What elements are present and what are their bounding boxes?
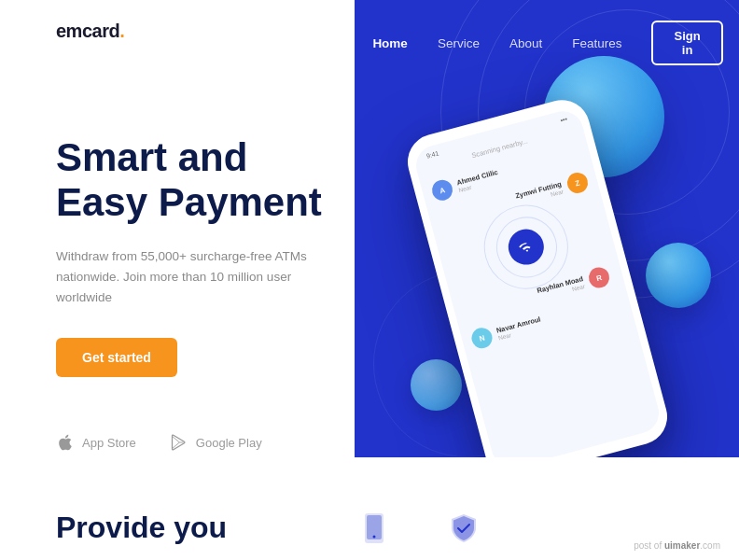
app-store-button[interactable]: App Store	[56, 433, 136, 452]
header-left: emcard.	[56, 0, 355, 42]
contact-avatar-3: N	[469, 326, 495, 351]
hero-title: Smart and Easy Payment	[56, 135, 355, 226]
uimaker-credit: post of uimaker.com	[634, 540, 720, 551]
wifi-icon	[517, 238, 536, 257]
bottom-icons	[357, 511, 481, 545]
nav-features[interactable]: Features	[572, 36, 621, 50]
nav-bar: Home Service About Features Sign in	[355, 0, 739, 65]
nav-about[interactable]: About	[509, 36, 542, 50]
google-play-icon	[170, 433, 188, 452]
hero-subtitle: Withdraw from 55,000+ surcharge-free ATM…	[56, 246, 317, 309]
apple-icon	[56, 433, 75, 452]
logo: emcard.	[56, 21, 124, 41]
left-panel: emcard. Smart and Easy Payment Withdraw …	[0, 0, 355, 457]
phone-icon	[357, 511, 391, 545]
svg-point-3	[373, 536, 376, 539]
main-section: emcard. Smart and Easy Payment Withdraw …	[0, 0, 739, 457]
provide-title: Provide you	[56, 511, 227, 545]
shield-icon	[447, 511, 481, 545]
decorative-ball-small-right	[646, 243, 711, 308]
page-wrapper: emcard. Smart and Easy Payment Withdraw …	[0, 0, 739, 560]
decorative-ball-small-bottom	[411, 359, 462, 411]
bottom-section: Provide you post of uimaker.com	[0, 457, 739, 560]
phone-time: 9:41	[425, 150, 439, 160]
bottom-icon-shield	[447, 511, 481, 545]
right-panel: Home Service About Features Sign in	[355, 0, 739, 457]
get-started-button[interactable]: Get started	[56, 338, 177, 377]
signin-button[interactable]: Sign in	[651, 21, 722, 65]
nav-home[interactable]: Home	[372, 36, 408, 50]
nav-service[interactable]: Service	[438, 36, 480, 50]
bottom-icon-phone	[357, 511, 391, 545]
contact-avatar-2: R	[587, 265, 612, 290]
nfc-center	[505, 225, 549, 269]
contact-avatar-1: Z	[565, 171, 590, 196]
google-play-button[interactable]: Google Play	[170, 433, 262, 452]
contact-avatar-0: A	[430, 177, 455, 203]
store-buttons: App Store Google Play	[56, 433, 355, 452]
hero-content: Smart and Easy Payment Withdraw from 55,…	[56, 135, 355, 452]
